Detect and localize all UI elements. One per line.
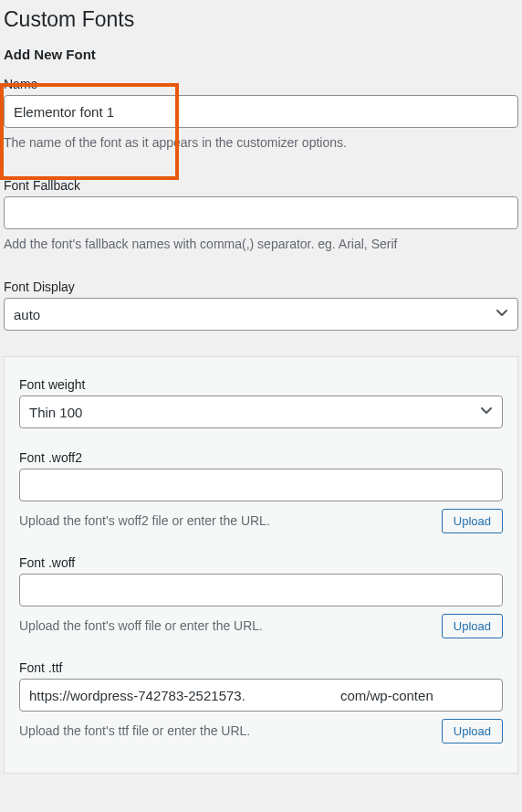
section-heading: Add New Font bbox=[0, 47, 522, 62]
woff2-input[interactable] bbox=[19, 469, 503, 501]
woff2-help: Upload the font's woff2 file or enter th… bbox=[19, 511, 433, 531]
weight-select[interactable]: Thin 100 bbox=[19, 395, 503, 428]
woff2-upload-button[interactable]: Upload bbox=[442, 509, 503, 533]
ttf-help: Upload the font's ttf file or enter the … bbox=[19, 722, 433, 741]
weight-label: Font weight bbox=[19, 377, 503, 392]
field-woff: Font .woff Upload the font's woff file o… bbox=[19, 555, 503, 638]
fallback-input[interactable] bbox=[4, 196, 518, 229]
woff2-label: Font .woff2 bbox=[19, 450, 503, 465]
page-title: Custom Fonts bbox=[0, 0, 522, 36]
field-display: Font Display auto bbox=[0, 279, 522, 331]
display-select[interactable]: auto bbox=[4, 298, 518, 331]
ttf-input[interactable] bbox=[19, 679, 503, 712]
field-fallback: Font Fallback Add the font's fallback na… bbox=[0, 178, 522, 254]
name-help: The name of the font as it appears in th… bbox=[4, 133, 518, 153]
ttf-upload-button[interactable]: Upload bbox=[442, 719, 503, 743]
field-ttf: Font .ttf Upload the font's ttf file or … bbox=[19, 660, 503, 743]
woff-label: Font .woff bbox=[19, 555, 503, 570]
field-name: Name The name of the font as it appears … bbox=[0, 77, 522, 153]
fallback-help: Add the font's fallback names with comma… bbox=[4, 235, 518, 254]
woff-input[interactable] bbox=[19, 574, 503, 606]
fallback-label: Font Fallback bbox=[4, 178, 518, 193]
name-label: Name bbox=[4, 77, 518, 91]
variation-panel: Font weight Thin 100 Font .woff2 Upload … bbox=[4, 356, 518, 774]
field-weight: Font weight Thin 100 bbox=[19, 377, 503, 428]
woff-help: Upload the font's woff file or enter the… bbox=[19, 617, 433, 636]
woff-upload-button[interactable]: Upload bbox=[442, 614, 503, 638]
ttf-label: Font .ttf bbox=[19, 660, 503, 675]
field-woff2: Font .woff2 Upload the font's woff2 file… bbox=[19, 450, 503, 533]
display-label: Font Display bbox=[4, 279, 518, 294]
name-input[interactable] bbox=[4, 95, 518, 128]
